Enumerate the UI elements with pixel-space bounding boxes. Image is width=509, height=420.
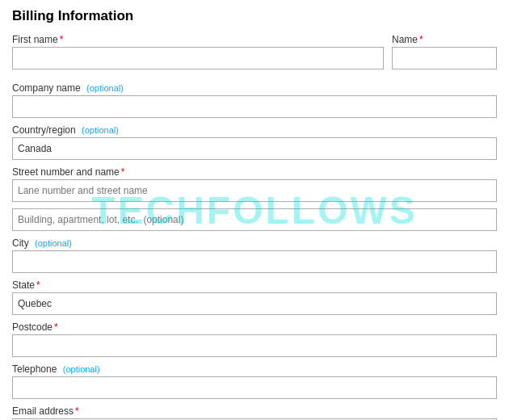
city-label: City (optional)	[12, 237, 497, 249]
company-name-input[interactable]	[12, 95, 497, 118]
city-input[interactable]	[12, 250, 497, 273]
first-name-label: First name*	[12, 34, 384, 45]
postcode-label: Postcode*	[12, 321, 497, 333]
first-name-input[interactable]	[12, 47, 384, 69]
postcode-input[interactable]	[12, 334, 497, 357]
telephone-input[interactable]	[12, 376, 497, 399]
building-input[interactable]	[12, 208, 497, 231]
name-label: Name*	[392, 34, 497, 45]
street-number-input[interactable]	[12, 179, 497, 202]
company-name-label: Company name (optional)	[12, 82, 497, 94]
country-region-label: Country/region (optional)	[12, 124, 497, 136]
page-title: Billing Information	[12, 8, 497, 24]
state-input[interactable]	[12, 292, 497, 315]
telephone-label: Telephone (optional)	[12, 363, 497, 375]
email-label: Email address*	[12, 405, 497, 417]
state-label: State*	[12, 279, 497, 291]
name-input[interactable]	[392, 47, 497, 69]
country-region-input[interactable]	[12, 137, 497, 160]
street-number-label: Street number and name*	[12, 166, 497, 178]
